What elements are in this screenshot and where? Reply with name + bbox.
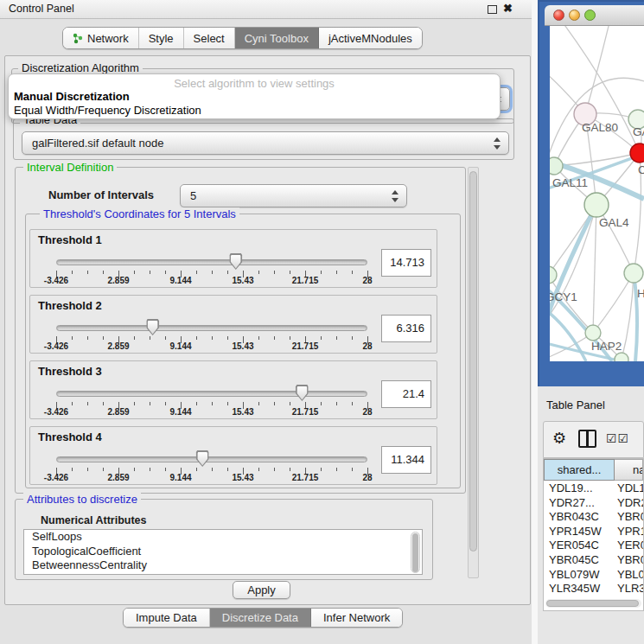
threshold-4-box: Threshold 4-3.4262.8599.14415.4321.71528…	[29, 426, 437, 485]
table-cell-shared-name[interactable]: YER054C	[544, 539, 615, 553]
network-canvas[interactable]: GAL80GACGAL11GAL4GCY1HHAP2	[550, 26, 644, 361]
table-cell-name[interactable]: YBR0	[615, 553, 643, 568]
network-tab-icon	[73, 33, 83, 44]
tab-label: Style	[149, 32, 174, 45]
tab-label: Cyni Toolbox	[245, 32, 309, 45]
tab-discretize-data[interactable]: Discretize Data	[210, 609, 311, 627]
table-cell-name[interactable]: YER0	[615, 539, 643, 553]
threshold-value-field[interactable]: 21.4	[381, 380, 431, 408]
network-node[interactable]	[584, 193, 609, 217]
algorithm-option-equal-width[interactable]: Equal Width/Frequency Discretization	[9, 104, 500, 118]
slider-thumb[interactable]	[196, 450, 209, 467]
threshold-label: Threshold 3	[38, 365, 102, 378]
close-traffic-light[interactable]	[553, 10, 564, 21]
table-cell-shared-name[interactable]: YBR045C	[544, 553, 615, 568]
tab-jactivemnodules[interactable]: jActiveMNodules	[319, 28, 422, 48]
table-row[interactable]: YBR045CYBR0	[544, 553, 643, 568]
threshold-3-box: Threshold 3-3.4262.8599.14415.4321.71528…	[29, 360, 437, 419]
slider-thumb[interactable]	[229, 253, 242, 270]
attributes-list-scrollbar[interactable]	[411, 532, 420, 573]
table-data-combo[interactable]: galFiltered.sif default node	[22, 131, 509, 155]
network-window-titlebar[interactable]	[545, 5, 644, 26]
table-row[interactable]: YDR27...YDR2	[544, 496, 643, 511]
slider-track[interactable]	[56, 259, 367, 265]
minimize-traffic-light[interactable]	[569, 10, 580, 21]
table-row[interactable]: YLR345WYLR3	[544, 582, 643, 596]
panel-divider[interactable]	[532, 0, 538, 644]
table-horizontal-scrollbar-thumb[interactable]	[546, 600, 639, 607]
network-node[interactable]	[550, 157, 563, 175]
table-row[interactable]: YDL19...YDL1	[544, 481, 643, 496]
attributes-list-scrollbar-thumb[interactable]	[412, 533, 418, 572]
tab-network[interactable]: Network	[63, 28, 139, 48]
attribute-list-item[interactable]: BetweennessCentrality	[24, 558, 422, 573]
cyni-toolbox-panel: Discretization Algorithm Select algorith…	[4, 55, 531, 605]
network-graph: GAL80GACGAL11GAL4GCY1HHAP2	[550, 26, 644, 361]
number-of-intervals-combo[interactable]: 5	[180, 184, 407, 207]
tab-infer-network[interactable]: Infer Network	[311, 609, 402, 627]
threshold-2-box: Threshold 2-3.4262.8599.14415.4321.71528…	[29, 295, 437, 354]
threshold-value-field[interactable]: 11.344	[381, 446, 431, 474]
checkbox-icons[interactable]: ☑☑	[606, 431, 629, 445]
threshold-value-field[interactable]: 14.713	[381, 249, 431, 277]
numerical-attributes-list[interactable]: SelfLoopsTopologicalCoefficientBetweenne…	[23, 529, 423, 575]
table-panel: Table Panel ⚙ ☑☑ shared... name YDL19...…	[538, 386, 644, 644]
table-cell-shared-name[interactable]: YBR043C	[544, 510, 615, 525]
tab-impute-data[interactable]: Impute Data	[124, 609, 210, 627]
table-cell-name[interactable]: YPR1	[615, 525, 643, 539]
threshold-label: Threshold 1	[38, 233, 102, 246]
slider-track[interactable]	[56, 325, 367, 331]
table-row[interactable]: YER054CYER0	[544, 539, 643, 553]
table-cell-name[interactable]: YDL1	[615, 481, 643, 496]
table-row[interactable]: YBL079WYBL0	[544, 568, 643, 583]
tab-label: Select	[194, 32, 225, 45]
tab-label: Impute Data	[136, 611, 197, 624]
table-cell-name[interactable]: YBL0	[615, 568, 643, 583]
panel-scrollbar-thumb[interactable]	[469, 171, 477, 552]
table-cell-shared-name[interactable]: YPR145W	[544, 525, 615, 539]
tab-select[interactable]: Select	[184, 28, 235, 48]
table-cell-name[interactable]: YBR0	[615, 510, 643, 525]
table-horizontal-scrollbar[interactable]	[545, 599, 641, 608]
table-cell-name[interactable]: YDR2	[615, 496, 643, 511]
attribute-list-item[interactable]: TopologicalCoefficient	[24, 545, 422, 559]
apply-button[interactable]: Apply	[233, 581, 290, 599]
column-header-name[interactable]: name	[615, 459, 643, 481]
network-node[interactable]	[630, 143, 644, 163]
network-node-label: GAL11	[552, 176, 588, 189]
slider-thumb[interactable]	[146, 319, 159, 335]
slider-track[interactable]	[56, 456, 367, 462]
network-node[interactable]	[585, 325, 601, 341]
discretization-algorithm-group-title: Discretization Algorithm	[18, 61, 143, 74]
threshold-value-field[interactable]: 6.316	[381, 315, 431, 342]
close-icon[interactable]: ✖	[503, 2, 513, 15]
tab-style[interactable]: Style	[139, 28, 184, 48]
slider-tick-labels: -3.4262.8599.14415.4321.71528	[56, 276, 367, 286]
table-row[interactable]: YPR145WYPR1	[544, 525, 643, 539]
attribute-list-item[interactable]: SelfLoops	[24, 530, 422, 545]
slider-track[interactable]	[56, 391, 367, 397]
gear-icon[interactable]: ⚙	[552, 429, 566, 448]
table-data-selected-value: galFiltered.sif default node	[32, 137, 163, 150]
zoom-traffic-light[interactable]	[584, 10, 596, 21]
tab-label: Infer Network	[323, 611, 390, 624]
table-cell-shared-name[interactable]: YBL079W	[544, 568, 615, 583]
table-cell-name[interactable]: YLR3	[615, 582, 643, 596]
table-cell-shared-name[interactable]: YLR345W	[544, 582, 615, 596]
algorithm-option-manual[interactable]: Manual Discretization	[9, 90, 500, 104]
network-node[interactable]	[550, 266, 557, 284]
table-cell-shared-name[interactable]: YDR27...	[544, 496, 615, 511]
table-row[interactable]: YBR043CYBR0	[544, 510, 643, 525]
panel-scrollbar[interactable]	[468, 167, 479, 578]
node-table: shared... name YDL19...YDL1YDR27...YDR2Y…	[543, 458, 644, 611]
columns-icon[interactable]	[578, 430, 596, 448]
network-node[interactable]	[615, 353, 628, 361]
column-header-shared-name[interactable]: shared...	[544, 459, 615, 481]
slider-thumb[interactable]	[296, 385, 309, 401]
table-cell-shared-name[interactable]: YDL19...	[544, 481, 615, 496]
table-panel-toolbar: ⚙ ☑☑	[543, 421, 644, 458]
tab-cyni-toolbox[interactable]: Cyni Toolbox	[235, 28, 319, 48]
node-table-rows: YDL19...YDL1YDR27...YDR2YBR043CYBR0YPR14…	[544, 481, 643, 599]
float-window-icon[interactable]	[488, 5, 497, 14]
network-node[interactable]	[624, 264, 643, 283]
